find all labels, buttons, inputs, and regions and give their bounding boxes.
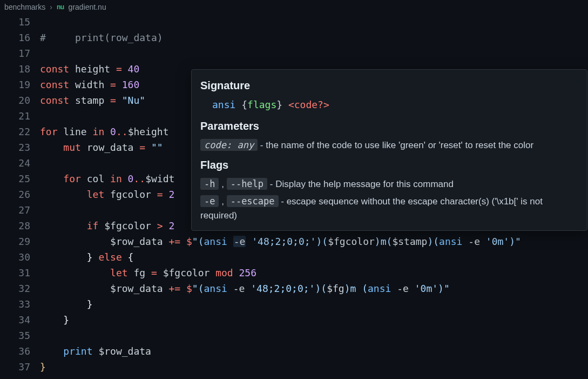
breadcrumb-folder[interactable]: benchmarks [4,3,45,11]
hover-heading-signature: Signature [200,77,578,94]
brace-token: } [87,298,93,310]
code-line[interactable]: } [40,359,588,375]
operator-token: += [168,283,180,294]
code-line[interactable]: $row_data += $"(ansi -e '48;2;0;0;')($fg… [40,281,588,296]
keyword-token: mut [63,142,81,153]
number-token: 256 [239,267,257,278]
code-line[interactable]: } [40,312,588,328]
line-number: 24 [0,155,30,171]
operator-token: .. [133,173,145,184]
hover-param-row: code: any - the name of the code to use … [200,138,578,152]
identifier-token: fgcolor [110,189,151,200]
string-token: '0m' [486,236,509,247]
operator-token: > [157,220,163,231]
code-line[interactable]: let fg = $fgcolor mod 256 [40,265,588,281]
string-token: '0m' [415,283,438,294]
comment-token: # print(row_data) [40,32,163,43]
operator-token: = [139,142,145,153]
operator-token: += [168,236,180,247]
operator-token: $ [186,283,192,294]
string-token: m( [381,236,393,247]
code-line[interactable]: } [40,296,588,312]
operator-token: = [151,267,157,278]
code-line[interactable] [40,45,588,61]
flag-token: -e [233,236,246,247]
hover-documentation[interactable]: Signature ansi {flags} <code?> Parameter… [191,69,587,231]
line-number: 26 [0,187,30,202]
line-number: 18 [0,61,30,77]
hover-flag-row: -e , --escape - escape sequence without … [200,194,578,223]
variable-token: $row_data [98,345,151,357]
sig-brace: { [235,99,247,110]
hover-heading-parameters: Parameters [200,118,578,135]
code-line[interactable] [40,14,588,30]
keyword-token: let [110,267,128,278]
keyword-token: else [98,251,121,263]
code-line[interactable]: } else { [40,249,588,265]
number-token: 40 [128,63,140,75]
string-token: '48;2;0;0;' [252,236,316,247]
line-number: 36 [0,343,30,359]
line-number: 33 [0,296,30,312]
hover-heading-flags: Flags [200,157,578,174]
line-number: 28 [0,218,30,234]
string-token: m ( [350,283,368,294]
identifier-token: width [75,79,104,90]
line-number: 27 [0,202,30,218]
operator-token: = [110,79,116,90]
chevron-right-icon: › [50,3,52,11]
number-token: 0 [110,126,116,137]
variable-token: $height [128,126,169,137]
keyword-token: const [40,63,69,75]
sep: , [219,179,226,189]
identifier-token: stamp [75,95,104,106]
string-token: )( [427,236,439,247]
variable-token: $widt [145,173,174,184]
variable-token: $row_data [110,283,163,294]
number-token: 0 [128,173,134,184]
number-token: 2 [168,189,174,200]
line-number-gutter: 15 16 17 18 19 20 21 22 23 24 25 26 27 2… [0,14,40,379]
function-token: ansi [439,236,462,247]
line-number: 25 [0,171,30,187]
code-line[interactable]: # print(row_data) [40,30,588,45]
line-number: 31 [0,265,30,281]
line-number: 37 [0,359,30,375]
breadcrumb: benchmarks › nu gradient.nu [0,0,588,14]
string-token: ) [344,283,350,294]
code-line[interactable] [40,328,588,343]
param-chip: code: any [200,139,258,151]
number-token: 2 [168,220,174,231]
line-number: 17 [0,45,30,61]
hover-signature: ansi {flags} <code?> [200,97,578,112]
breadcrumb-file[interactable]: gradient.nu [69,3,106,11]
string-token: )( [315,283,327,294]
hover-flag-row: -h , --help - Display the help message f… [200,177,578,191]
operator-token: = [110,95,116,106]
string-token: '48;2;0;0;' [251,283,315,294]
string-token: "Nu" [122,95,145,106]
code-line[interactable]: print $row_data [40,343,588,359]
identifier-token: line [63,126,86,137]
keyword-token: const [40,95,69,106]
line-number: 21 [0,108,30,124]
identifier-token: row_data [87,142,134,153]
string-token: " [515,236,521,247]
number-token: 160 [122,79,140,90]
flag-chip: -h [200,178,219,190]
operator-token: .. [116,126,128,137]
line-number: 19 [0,77,30,92]
variable-token: $fgcolor [328,236,375,247]
variable-token: $fgcolor [163,267,210,278]
keyword-token: let [87,189,105,200]
line-number: 15 [0,14,30,30]
keyword-token: for [63,173,81,184]
param-description: - the name of the code to use like 'gree… [258,140,533,150]
string-token: "" [151,142,163,153]
sig-command: ansi [212,99,235,110]
keyword-token: in [110,173,122,184]
brace-token: } [40,361,46,373]
code-line[interactable]: $row_data += $"(ansi -e '48;2;0;0;')($fg… [40,234,588,249]
brace-token: { [128,251,134,263]
function-token: ansi [204,283,227,294]
